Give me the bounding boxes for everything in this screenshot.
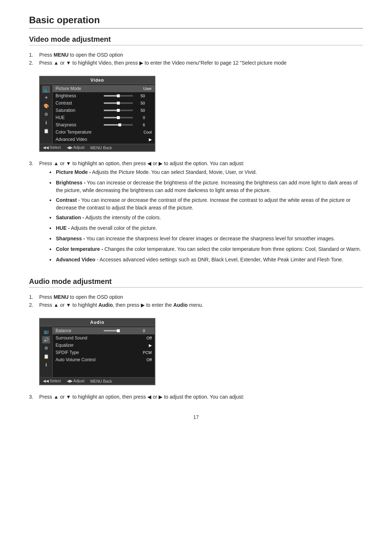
page-number: 17	[29, 414, 363, 420]
osd-val-advanced-video: ▶	[141, 137, 152, 142]
audio-osd-icons: 📺 🔊 ⚙ 📋 ℹ	[40, 326, 53, 377]
osd-slider-brightness: 50	[104, 94, 152, 98]
audio-step-2-mid: to highlight	[71, 302, 99, 308]
audio-step-3: 3. Press ▲ or ▼ to highlight an option, …	[29, 394, 363, 400]
osd-slider-contrast: 50	[104, 101, 152, 105]
bullet-contrast: • Contrast - You can increase or decreas…	[49, 196, 363, 212]
video-step-2-mid: to highlight Video, then press	[71, 60, 139, 66]
video-step-1-num: 1.	[29, 52, 39, 58]
osd-icon-color: 🎨	[42, 102, 50, 110]
audio-step-2-rest: menu.	[188, 302, 203, 308]
bullet-advanced-video: • Advanced Video - Accesses advanced vid…	[49, 256, 363, 264]
video-osd-rows: Picture Mode User Brightness 50	[53, 84, 155, 144]
bullet-sharpness: • Sharpness - You can increase the sharp…	[49, 235, 363, 243]
audio-step-1-bold: MENU	[54, 294, 69, 300]
audio-step-2-bold: Audio	[98, 302, 113, 308]
audio-osd-bottom: ◀◀ Select ◀▶ Adjust MENU Back	[40, 377, 155, 384]
audio-step-2-content: Press ▲ or ▼ to highlight Audio, then pr…	[39, 302, 363, 308]
video-step-2-num: 2.	[29, 60, 39, 66]
video-step-3-arrows2: ◀ or ▶	[147, 160, 163, 166]
video-section-divider	[29, 45, 363, 45]
osd-track-sharpness	[104, 124, 133, 126]
audio-step-3-mid: to highlight an option, then press	[71, 394, 147, 400]
osd-audio-icon-1: 📺	[42, 328, 50, 335]
audio-step-2-mid2: , then press	[113, 302, 141, 308]
osd-row-spdif: SPDIF Type PCM	[53, 349, 155, 356]
osd-icon-info: ℹ	[42, 119, 50, 126]
osd-fill-sharpness	[104, 124, 120, 126]
audio-step-2-mid3: to enter the	[145, 302, 173, 308]
bullet-text-hue: HUE - Adjusts the overall color of the p…	[56, 224, 363, 232]
video-step-3-arrows: ▲ or ▼	[54, 160, 71, 166]
audio-step-2-arrow: ▶	[141, 302, 145, 308]
audio-osd-bottom-adjust: ◀▶ Adjust	[67, 379, 85, 383]
video-step-3-rest: to adjust the option. You can adjust:	[163, 160, 244, 166]
osd-fill-brightness	[104, 95, 118, 97]
osd-val-auto-vol: Off	[141, 358, 152, 362]
audio-osd-box: Audio 📺 🔊 ⚙ 📋 ℹ Balance	[39, 318, 155, 385]
video-step-2-arrows: ▲ or ▼	[54, 60, 71, 66]
osd-val-color-temp: Cool	[141, 130, 152, 134]
osd-label-hue: HUE	[56, 115, 104, 120]
osd-row-empty2	[53, 370, 155, 376]
audio-step-2: 2. Press ▲ or ▼ to highlight Audio, then…	[29, 302, 363, 308]
osd-row-brightness: Brightness 50	[53, 92, 155, 99]
osd-slider-sharpness: 6	[104, 123, 152, 127]
osd-label-contrast: Contrast	[56, 101, 104, 106]
osd-row-advanced-video: Advanced Video ▶	[53, 136, 155, 143]
osd-val-sharpness: 6	[134, 123, 145, 127]
osd-val-saturation: 50	[134, 108, 145, 113]
osd-audio-icon-3: ⚙	[42, 345, 50, 352]
video-step-1: 1. Press MENU to open the OSD option	[29, 52, 363, 58]
video-step-1-rest: to open the OSD option	[69, 52, 123, 58]
bullet-icon-7: •	[49, 245, 56, 254]
osd-label-surround: Surround Sound	[56, 335, 141, 341]
audio-step-1: 1. Press MENU to open the OSD option	[29, 294, 363, 300]
osd-label-saturation: Saturation	[56, 108, 104, 113]
audio-step-3-pre: Press	[39, 394, 54, 400]
osd-row-empty1	[53, 363, 155, 370]
page-title: Basic operation	[29, 15, 363, 26]
bullet-text-contrast: Contrast - You can increase or decrease …	[56, 196, 363, 212]
video-osd-bottom: ◀◀ Select ◀▶ Adjust MENU Back	[40, 144, 155, 151]
video-step-2-rest: to enter the Video menu"Refer to page 12…	[143, 60, 287, 66]
audio-osd-container: Audio 📺 🔊 ⚙ 📋 ℹ Balance	[39, 318, 155, 385]
osd-slider-balance: 0	[104, 329, 152, 333]
bullet-icon-2: •	[49, 179, 56, 187]
video-step-3-num: 3.	[29, 160, 39, 166]
page-title-divider	[29, 28, 363, 29]
video-osd-title: Video	[40, 77, 155, 84]
video-step3-list: 3. Press ▲ or ▼ to highlight an option, …	[29, 160, 363, 266]
video-step-3-content: Press ▲ or ▼ to highlight an option, the…	[39, 160, 363, 266]
audio-step-3-content: Press ▲ or ▼ to highlight an option, the…	[39, 394, 363, 400]
video-step-2-pre: Press	[39, 60, 54, 66]
osd-label-brightness: Brightness	[56, 93, 104, 98]
bullet-icon-6: •	[49, 235, 56, 243]
osd-icon-extra: 📋	[42, 127, 50, 135]
osd-row-contrast: Contrast 50	[53, 99, 155, 107]
osd-val-hue: 0	[134, 115, 145, 120]
osd-track-saturation	[104, 110, 133, 111]
audio-osd-body: 📺 🔊 ⚙ 📋 ℹ Balance 0	[40, 326, 155, 377]
osd-row-equalizer: Equalizer ▶	[53, 342, 155, 349]
audio-step-1-rest: to open the OSD option	[69, 294, 123, 300]
bullet-text-color-temp: Color temperature - Changes the color te…	[56, 245, 363, 253]
osd-icon-settings: ⚙	[42, 111, 50, 118]
osd-icon-brightness: ☀	[42, 94, 50, 101]
video-step-1-content: Press MENU to open the OSD option	[39, 52, 363, 58]
audio-step-2-bold2: Audio	[173, 302, 188, 308]
video-steps-list: 1. Press MENU to open the OSD option 2. …	[29, 52, 363, 66]
bullet-picture-mode: • Picture Mode - Adjusts the Picture Mod…	[49, 168, 363, 177]
osd-row-surround: Surround Sound Off	[53, 334, 155, 342]
bullet-color-temp: • Color temperature - Changes the color …	[49, 245, 363, 254]
osd-label-advanced-video: Advanced Video	[56, 137, 141, 142]
video-step-2-arrow2: ▶	[139, 60, 143, 66]
osd-val-contrast: 50	[134, 101, 145, 105]
osd-label-sharpness: Sharpness	[56, 122, 104, 127]
audio-step-3-arrows2: ◀ or ▶	[147, 394, 163, 400]
osd-label-color-temp: Color Temperature	[56, 130, 141, 135]
osd-thumb-balance	[117, 329, 120, 332]
osd-audio-icon-2: 🔊	[42, 336, 50, 343]
bullet-text-sharpness: Sharpness - You can increase the sharpne…	[56, 235, 363, 243]
osd-fill-balance	[104, 330, 118, 331]
